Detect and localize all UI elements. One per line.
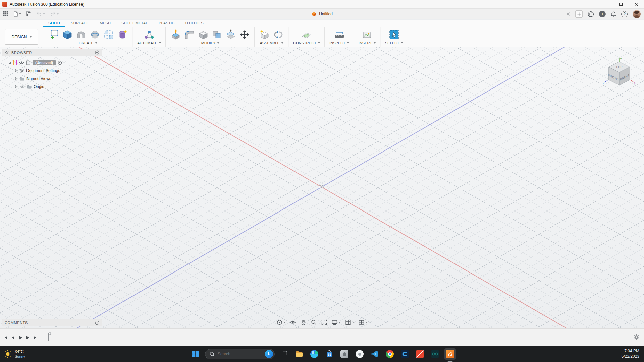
extensions-button[interactable] xyxy=(588,11,594,17)
job-status-button[interactable]: 1 xyxy=(599,11,606,17)
timeline-play-button[interactable] xyxy=(18,335,22,340)
vscode-button[interactable] xyxy=(369,348,380,360)
document-tab[interactable]: Untitled xyxy=(305,9,339,19)
move-icon[interactable] xyxy=(239,29,250,40)
user-avatar[interactable] xyxy=(633,10,641,18)
taskbar-clock[interactable]: 7:04 PM 6/22/2023 xyxy=(622,346,639,362)
select-icon[interactable] xyxy=(389,29,399,40)
tab-utilities[interactable]: UTILITIES xyxy=(180,20,209,27)
display-settings-button[interactable] xyxy=(332,319,341,325)
pattern-icon[interactable] xyxy=(103,29,114,40)
tab-mesh[interactable]: MESH xyxy=(94,20,116,27)
modify-menu-button[interactable]: MODIFY xyxy=(201,41,219,46)
edge-button[interactable] xyxy=(309,348,320,360)
expand-comments-icon[interactable] xyxy=(95,321,99,325)
fit-button[interactable] xyxy=(321,319,327,325)
timeline-go-to-start-button[interactable] xyxy=(3,336,8,340)
collapse-panel-icon[interactable] xyxy=(5,51,9,54)
timeline-step-forward-button[interactable] xyxy=(26,336,30,340)
zoom-button[interactable] xyxy=(311,319,317,325)
new-tab-button[interactable] xyxy=(575,10,583,18)
tab-plastic[interactable]: PLASTIC xyxy=(153,20,180,27)
undo-button[interactable] xyxy=(36,12,45,16)
close-button[interactable] xyxy=(629,0,644,9)
select-menu-button[interactable]: SELECT xyxy=(385,41,403,46)
file-menu-button[interactable] xyxy=(13,11,21,17)
collapsed-arrow-icon[interactable] xyxy=(14,85,18,88)
pinned-app-button-1[interactable] xyxy=(339,348,350,360)
tab-surface[interactable]: SURFACE xyxy=(65,20,94,27)
origin-marker[interactable] xyxy=(319,185,324,188)
view-cube[interactable]: TOP FRONT RIGHT Y X Z xyxy=(602,57,637,92)
measure-icon[interactable] xyxy=(334,29,345,40)
viewport-canvas[interactable]: TOP FRONT RIGHT Y X Z BROWSER (Unsaved) xyxy=(0,47,644,328)
inspect-menu-button[interactable]: INSPECT xyxy=(329,41,349,46)
look-at-button[interactable] xyxy=(290,319,296,325)
fillet-icon[interactable] xyxy=(184,29,195,40)
collapsed-arrow-icon[interactable] xyxy=(14,69,18,72)
fusion360-taskbar-button[interactable] xyxy=(444,348,456,360)
new-component-icon[interactable] xyxy=(259,29,270,40)
generative-design-icon[interactable] xyxy=(117,29,128,40)
automate-menu-button[interactable]: AUTOMATE xyxy=(137,41,161,46)
tab-sheet-metal[interactable]: SHEET METAL xyxy=(116,20,153,27)
viewports-button[interactable] xyxy=(359,319,368,325)
save-button[interactable] xyxy=(26,11,31,16)
taskbar-search-box[interactable] xyxy=(205,349,275,359)
help-button[interactable]: ? xyxy=(621,11,628,17)
start-button[interactable] xyxy=(190,348,201,360)
orbit-button[interactable] xyxy=(277,319,286,325)
minimize-panel-icon[interactable] xyxy=(95,50,99,55)
timeline-position-marker[interactable] xyxy=(46,331,52,343)
insert-canvas-icon[interactable] xyxy=(362,29,372,40)
offset-face-icon[interactable] xyxy=(225,29,236,40)
pinned-app-button-3[interactable] xyxy=(399,348,411,360)
tab-solid[interactable]: SOLID xyxy=(43,20,65,27)
visibility-eye-icon[interactable] xyxy=(20,85,25,88)
search-input[interactable] xyxy=(218,352,257,356)
revolve-sphere-icon[interactable] xyxy=(90,29,100,40)
expanded-arrow-icon[interactable] xyxy=(8,61,11,64)
redo-button[interactable] xyxy=(50,12,59,16)
microsoft-store-button[interactable] xyxy=(324,348,335,360)
construction-plane-icon[interactable] xyxy=(301,29,312,40)
pinned-app-button-5[interactable] xyxy=(429,348,441,360)
press-pull-icon[interactable] xyxy=(170,29,181,40)
tree-row-origin[interactable]: Origin xyxy=(2,83,102,91)
workspace-selector[interactable]: DESIGN xyxy=(5,29,38,45)
document-name[interactable]: (Unsaved) xyxy=(33,60,56,65)
comments-panel[interactable]: COMMENTS xyxy=(2,319,102,326)
collapsed-arrow-icon[interactable] xyxy=(14,77,18,80)
combine-icon[interactable] xyxy=(212,29,222,40)
app-grid-button[interactable] xyxy=(3,11,8,16)
automate-icon[interactable] xyxy=(144,29,155,40)
timeline-step-back-button[interactable] xyxy=(11,336,15,340)
assemble-menu-button[interactable]: ASSEMBLE xyxy=(260,41,283,46)
activate-target-icon[interactable] xyxy=(58,61,62,65)
timeline-settings-button[interactable] xyxy=(634,334,639,341)
pan-button[interactable] xyxy=(301,319,307,325)
close-tab-button[interactable] xyxy=(566,12,570,16)
tree-row-named-views[interactable]: Named Views xyxy=(2,75,102,83)
chrome-button[interactable] xyxy=(384,348,395,360)
shell-icon[interactable] xyxy=(198,29,209,40)
create-menu-button[interactable]: CREATE xyxy=(79,41,97,46)
joint-icon[interactable] xyxy=(273,29,284,40)
notifications-button[interactable] xyxy=(611,11,616,17)
tree-row-document-settings[interactable]: Document Settings xyxy=(2,67,102,75)
box-icon[interactable] xyxy=(62,29,73,40)
create-form-icon[interactable] xyxy=(76,29,87,40)
pinned-app-button-2[interactable] xyxy=(354,348,365,360)
timeline-go-to-end-button[interactable] xyxy=(33,336,38,340)
create-sketch-icon[interactable] xyxy=(48,29,59,40)
file-explorer-button[interactable] xyxy=(293,348,305,360)
maximize-button[interactable] xyxy=(613,0,629,9)
visibility-eye-icon[interactable] xyxy=(19,61,24,64)
viewcube-top-label[interactable]: TOP xyxy=(616,65,623,69)
insert-menu-button[interactable]: INSERT xyxy=(359,41,376,46)
bing-icon[interactable] xyxy=(265,350,273,358)
construct-menu-button[interactable]: CONSTRUCT xyxy=(293,41,320,46)
weather-widget[interactable]: 34°C Sunny xyxy=(3,346,25,362)
pinned-app-button-4[interactable] xyxy=(414,348,426,360)
grid-snap-button[interactable] xyxy=(345,319,354,325)
